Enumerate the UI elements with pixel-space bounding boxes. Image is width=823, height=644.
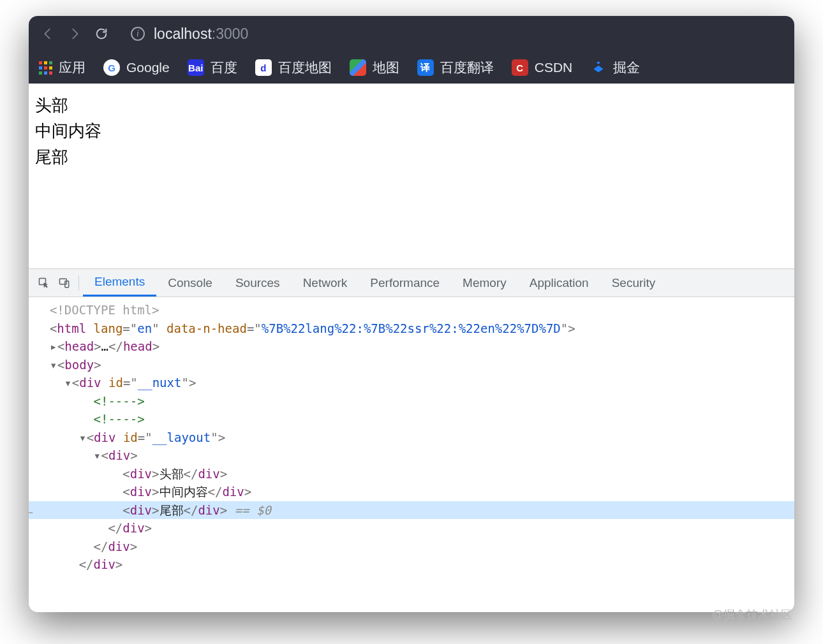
bookmark-label: CSDN: [535, 60, 573, 75]
dom-line[interactable]: <!---->: [29, 392, 794, 411]
page-content: 头部 中间内容 尾部: [29, 84, 794, 268]
dom-line[interactable]: </div>: [29, 555, 794, 574]
elements-tree[interactable]: <!DOCTYPE html> <html lang="en" data-n-h…: [29, 297, 794, 582]
tab-network[interactable]: Network: [292, 269, 359, 296]
device-toggle-icon[interactable]: [54, 273, 75, 293]
collapse-icon[interactable]: [94, 446, 101, 465]
bookmark-label: 地图: [373, 59, 399, 77]
bookmark-google-map[interactable]: 地图: [350, 59, 399, 77]
dom-line-selected[interactable]: <div>尾部</div> == $0: [29, 501, 794, 520]
translate-icon: 译: [417, 59, 434, 76]
bookmark-label: 应用: [59, 59, 85, 77]
dom-line[interactable]: <body>: [29, 356, 794, 374]
dom-line[interactable]: <head>…</head>: [29, 337, 794, 356]
watermark: @掘金技术社区: [712, 607, 792, 622]
tab-sources[interactable]: Sources: [224, 269, 292, 296]
dom-line[interactable]: <!---->: [29, 410, 794, 428]
tab-security[interactable]: Security: [600, 269, 667, 296]
url-host: localhost: [154, 26, 212, 42]
inspect-icon[interactable]: [34, 273, 54, 293]
devtools-tabs: Elements Console Sources Network Perform…: [29, 269, 794, 297]
google-icon: [103, 59, 120, 76]
tab-console[interactable]: Console: [156, 269, 224, 296]
bookmark-baidu-map[interactable]: d 百度地图: [255, 59, 332, 77]
bookmark-google[interactable]: Google: [103, 59, 170, 76]
forward-button[interactable]: [64, 24, 85, 44]
bookmark-translate[interactable]: 译 百度翻译: [417, 59, 494, 77]
dom-line[interactable]: <div id="__nuxt">: [29, 374, 794, 392]
dom-line[interactable]: <!DOCTYPE html>: [29, 301, 794, 319]
collapse-icon[interactable]: [79, 428, 87, 447]
url-port: :3000: [212, 26, 249, 42]
baidu-map-icon: d: [255, 59, 272, 76]
collapse-icon[interactable]: [50, 356, 57, 374]
apps-icon: [39, 61, 52, 75]
tab-elements[interactable]: Elements: [83, 269, 156, 296]
bookmark-juejin[interactable]: 掘金: [590, 59, 640, 77]
browser-chrome: i localhost:3000 应用 Google Bai 百度 d 百度地图: [29, 16, 794, 84]
csdn-icon: C: [512, 59, 528, 76]
browser-window: i localhost:3000 应用 Google Bai 百度 d 百度地图: [29, 16, 794, 612]
bookmark-label: 掘金: [613, 59, 640, 77]
bookmark-csdn[interactable]: C CSDN: [512, 59, 573, 76]
map-icon: [350, 59, 366, 76]
page-footer-text: 尾部: [35, 144, 788, 170]
bookmark-label: Google: [126, 60, 170, 75]
devtools-panel: Elements Console Sources Network Perform…: [29, 268, 794, 582]
bookmark-label: 百度: [211, 59, 237, 77]
back-button[interactable]: [38, 24, 58, 44]
collapse-icon[interactable]: [64, 374, 72, 392]
reload-button[interactable]: [91, 24, 112, 44]
page-middle-text: 中间内容: [35, 118, 788, 143]
dom-line[interactable]: <div>头部</div>: [29, 465, 794, 483]
site-info-icon[interactable]: i: [131, 27, 145, 41]
baidu-icon: Bai: [188, 59, 204, 76]
tab-application[interactable]: Application: [518, 269, 600, 296]
separator: [78, 275, 79, 291]
dom-line[interactable]: <html lang="en" data-n-head="%7B%22lang%…: [29, 319, 794, 338]
bookmarks-bar: 应用 Google Bai 百度 d 百度地图 地图 译 百度翻译: [29, 52, 794, 84]
dom-line[interactable]: </div>: [29, 538, 794, 556]
tab-memory[interactable]: Memory: [451, 269, 518, 296]
bookmark-baidu[interactable]: Bai 百度: [188, 59, 237, 77]
svg-rect-1: [60, 279, 67, 284]
dom-line[interactable]: </div>: [29, 519, 794, 538]
expand-icon[interactable]: [50, 337, 57, 356]
dom-line[interactable]: <div id="__layout">: [29, 428, 794, 447]
bookmark-apps[interactable]: 应用: [39, 59, 85, 77]
address-bar[interactable]: i localhost:3000: [118, 26, 248, 43]
juejin-icon: [590, 59, 607, 76]
bookmark-label: 百度翻译: [440, 59, 494, 77]
dom-line[interactable]: <div>中间内容</div>: [29, 483, 794, 501]
tab-performance[interactable]: Performance: [359, 269, 451, 296]
dom-line[interactable]: <div>: [29, 446, 794, 465]
nav-row: i localhost:3000: [29, 16, 794, 52]
page-header-text: 头部: [35, 92, 788, 118]
bookmark-label: 百度地图: [278, 59, 332, 77]
